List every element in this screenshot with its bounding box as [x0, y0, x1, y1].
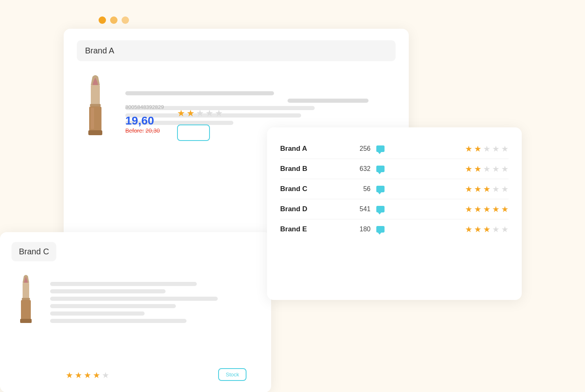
stars-mid: ★ ★ ★ ★ ★ [66, 370, 109, 380]
svg-rect-5 [23, 283, 29, 299]
product-image-mid [12, 273, 40, 326]
bottom-product-row [12, 273, 260, 326]
brand-name-mid: Brand C [19, 247, 49, 256]
dot-3 [122, 16, 129, 24]
table-stars: ★ ★ ★ ★ ★ [465, 164, 509, 174]
window-dots [99, 16, 129, 24]
dot-1 [99, 16, 106, 24]
table-stars: ★ ★ ★ ★ ★ [465, 224, 509, 234]
star-3: ★ [196, 108, 204, 119]
brand-name-back: Brand A [85, 46, 114, 55]
table-brand-name: Brand E [280, 225, 346, 233]
table-stars: ★ ★ ★ ★ ★ [465, 144, 509, 154]
svg-rect-3 [91, 108, 94, 129]
product-info [125, 83, 396, 128]
table-count: 180 [346, 226, 371, 233]
star-1: ★ [177, 108, 185, 119]
price-block: 8005848392829 19,60 Before: 20,30 [125, 104, 164, 134]
svg-rect-1 [90, 104, 101, 106]
mid-star-5: ★ [102, 370, 109, 380]
barcode: 8005848392829 [125, 104, 164, 110]
star-4: ★ [205, 108, 214, 119]
ph-line-1 [125, 91, 274, 95]
table-stars: ★ ★ ★ ★ ★ [465, 204, 509, 214]
comment-icon [373, 166, 388, 172]
table-row: Brand B 632 ★ ★ ★ ★ ★ [280, 159, 509, 179]
svg-rect-0 [91, 85, 100, 106]
star-2: ★ [187, 108, 195, 119]
table-count: 256 [346, 145, 371, 152]
table-row: Brand D 541 ★ ★ ★ ★ ★ [280, 199, 509, 219]
mid-product-info [50, 282, 260, 326]
stars-back: ★ ★ ★ ★ ★ [177, 108, 223, 119]
comment-icon [373, 226, 388, 233]
before-price: Before: 20,30 [125, 127, 164, 134]
table-row: Brand E 180 ★ ★ ★ ★ ★ [280, 219, 509, 239]
comment-icon [373, 206, 388, 212]
brand-header-back: Brand A [77, 40, 396, 61]
mid-star-4: ★ [93, 370, 100, 380]
dot-2 [110, 16, 117, 24]
table-stars: ★ ★ ★ ★ ★ [465, 184, 509, 194]
table-count: 56 [346, 185, 371, 193]
rating-and-cart: ★ ★ ★ ★ ★ [177, 104, 223, 141]
table-count: 632 [346, 165, 371, 173]
svg-rect-7 [21, 300, 31, 320]
ph-line-2 [288, 99, 369, 103]
product-image [77, 73, 114, 138]
table-brand-name: Brand A [280, 145, 346, 153]
table-brand-name: Brand D [280, 205, 346, 213]
table-row: Brand A 256 ★ ★ ★ ★ ★ [280, 139, 509, 159]
table-count: 541 [346, 205, 371, 213]
stock-badge[interactable]: Stock [218, 368, 246, 381]
product-card-mid: Brand C ★ ★ ★ ★ ★ [0, 232, 271, 392]
svg-rect-4 [88, 130, 102, 135]
placeholder-lines-top [125, 91, 396, 125]
table-brand-name: Brand C [280, 185, 346, 193]
svg-rect-8 [20, 319, 32, 323]
brand-table-card: Brand A 256 ★ ★ ★ ★ ★ Brand B 632 ★ ★ ★ … [267, 127, 522, 300]
current-price: 19,60 [125, 114, 164, 127]
table-row: Brand C 56 ★ ★ ★ ★ ★ [280, 179, 509, 199]
brand-header-mid: Brand C [12, 242, 56, 261]
original-price: 20,30 [145, 127, 160, 134]
svg-rect-6 [22, 298, 30, 300]
mid-star-3: ★ [84, 370, 91, 380]
mid-star-1: ★ [66, 370, 73, 380]
comment-icon [373, 145, 388, 152]
table-brand-name: Brand B [280, 165, 346, 173]
star-5: ★ [215, 108, 223, 119]
cart-button-placeholder[interactable] [177, 125, 210, 141]
comment-icon [373, 186, 388, 192]
mid-star-2: ★ [75, 370, 82, 380]
